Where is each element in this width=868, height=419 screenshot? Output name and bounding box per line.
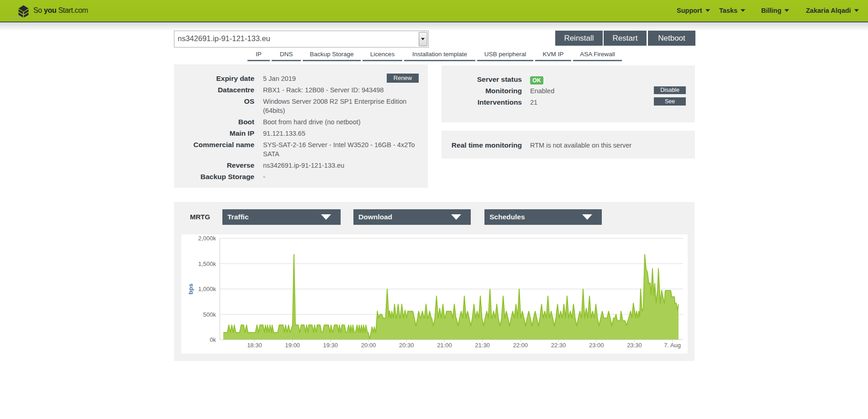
svg-text:0k: 0k [210,336,216,343]
svg-text:1,500k: 1,500k [198,260,216,267]
svg-text:bps: bps [187,283,194,294]
svg-text:19:00: 19:00 [285,342,300,349]
svg-text:18:30: 18:30 [247,342,262,349]
svg-text:500k: 500k [203,311,216,318]
svg-text:21:00: 21:00 [437,342,452,349]
svg-text:22:00: 22:00 [513,342,528,349]
svg-text:21:30: 21:30 [475,342,490,349]
svg-text:22:30: 22:30 [551,342,566,349]
svg-text:7. Aug: 7. Aug [664,342,681,349]
svg-text:19:30: 19:30 [323,342,338,349]
svg-text:23:00: 23:00 [589,342,604,349]
svg-text:2,000k: 2,000k [198,235,216,242]
svg-text:23:30: 23:30 [627,342,642,349]
svg-text:1,000k: 1,000k [198,286,216,292]
svg-text:20:00: 20:00 [361,342,376,349]
svg-text:20:30: 20:30 [399,342,414,349]
